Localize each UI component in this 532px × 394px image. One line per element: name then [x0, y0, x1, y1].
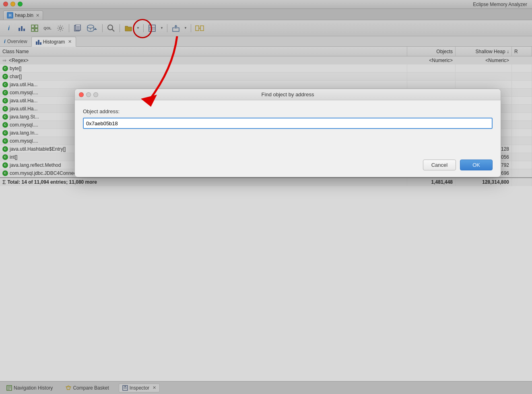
dialog-ok-button[interactable]: OK: [460, 160, 493, 170]
dialog-close-button[interactable]: [79, 92, 84, 97]
dialog-body: Object address:: [75, 100, 501, 135]
dialog-title: Find object by address: [262, 91, 314, 97]
dialog-max-button: [93, 92, 98, 97]
dialog-cancel-button[interactable]: Cancel: [423, 160, 456, 170]
dialog-window-controls: [79, 92, 98, 97]
dialog-buttons: Cancel OK: [75, 135, 501, 177]
dialog-overlay: Find object by address Object address: C…: [0, 0, 532, 394]
app-window: Eclipse Memory Analyzer H heap.bin ✕ i: [0, 0, 532, 394]
dialog-min-button: [86, 92, 91, 97]
dialog-label: Object address:: [83, 108, 493, 114]
find-object-dialog: Find object by address Object address: C…: [74, 89, 501, 177]
dialog-titlebar: Find object by address: [75, 89, 501, 100]
object-address-input[interactable]: [83, 118, 493, 129]
